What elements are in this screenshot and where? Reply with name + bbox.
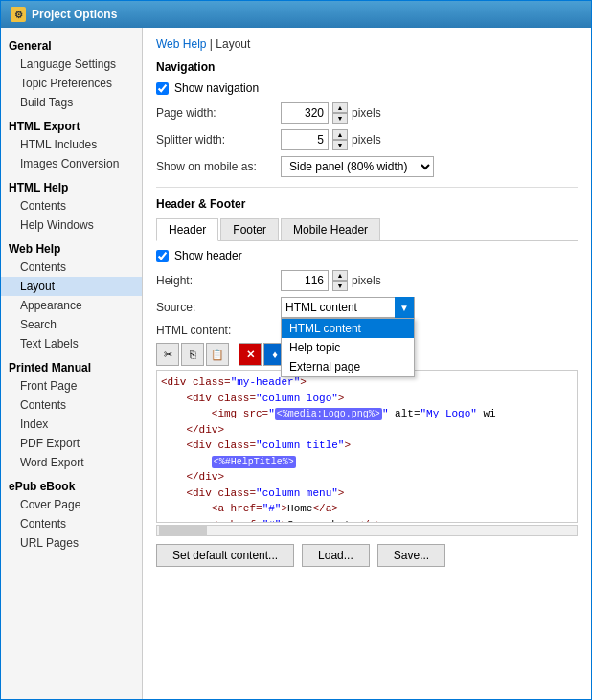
page-width-row: Page width: ▲ ▼ pixels <box>156 102 578 124</box>
window-title: Project Options <box>32 8 117 21</box>
sidebar-item-text-labels[interactable]: Text Labels <box>1 334 142 353</box>
content-area: Web Help | Layout Navigation Show naviga… <box>143 28 591 699</box>
height-spinner: ▲ ▼ <box>281 270 348 291</box>
source-option-html-content[interactable]: HTML content <box>282 319 414 338</box>
sidebar-item-epub-contents[interactable]: Contents <box>1 514 142 533</box>
sidebar-item-front-page[interactable]: Front Page <box>1 376 142 395</box>
titlebar-icon: ⚙ <box>11 7 26 22</box>
divider1 <box>156 187 578 188</box>
sidebar-item-html-includes[interactable]: HTML Includes <box>1 135 142 154</box>
splitter-width-down[interactable]: ▼ <box>332 140 348 150</box>
sidebar-item-url-pages[interactable]: URL Pages <box>1 533 142 553</box>
splitter-width-up[interactable]: ▲ <box>332 129 348 140</box>
sidebar-section-epub: ePub eBook <box>1 476 142 495</box>
sidebar-section-html-export: HTML Export <box>1 116 142 135</box>
height-label: Height: <box>156 274 281 287</box>
source-option-help-topic[interactable]: Help topic <box>282 338 414 357</box>
sidebar-item-printed-contents[interactable]: Contents <box>1 395 142 415</box>
scrollbar-thumb[interactable] <box>159 526 207 535</box>
sidebar-item-pdf-export[interactable]: PDF Export <box>1 434 142 453</box>
tabs-row: Header Footer Mobile Header <box>156 218 578 241</box>
sidebar-section-web-help: Web Help <box>1 238 142 258</box>
show-header-label: Show header <box>174 249 242 262</box>
code-line-3: <img src="<%media:Logo.png%>" alt="My Lo… <box>161 406 573 422</box>
splitter-width-unit: pixels <box>352 133 381 147</box>
sidebar-section-printed-manual: Printed Manual <box>1 357 142 376</box>
page-width-input[interactable] <box>281 102 329 124</box>
header-footer-section-title: Header & Footer <box>156 197 578 211</box>
show-navigation-row: Show navigation <box>156 81 578 95</box>
set-default-button[interactable]: Set default content... <box>156 544 294 567</box>
sidebar-section-html-help: HTML Help <box>1 177 142 196</box>
source-dropdown-arrow: ▼ <box>395 297 414 318</box>
tab-footer[interactable]: Footer <box>220 218 279 240</box>
html-code-editor[interactable]: <div class="my-header"> <div class="colu… <box>156 370 578 523</box>
save-button[interactable]: Save... <box>377 544 445 567</box>
sidebar-item-web-help-contents[interactable]: Contents <box>1 258 142 277</box>
sidebar-item-appearance[interactable]: Appearance <box>1 296 142 315</box>
code-line-4: </div> <box>161 422 573 439</box>
code-line-6: <%#HelpTitle%> <box>161 454 573 470</box>
code-line-2: <div class="column logo"> <box>161 391 573 407</box>
height-row: Height: ▲ ▼ pixels <box>156 270 578 291</box>
sidebar-item-cover-page[interactable]: Cover Page <box>1 495 142 514</box>
load-button[interactable]: Load... <box>302 544 370 567</box>
show-header-checkbox[interactable] <box>156 250 169 262</box>
page-width-label: Page width: <box>156 106 281 120</box>
code-line-9: <a href="#">Home</a> <box>161 501 573 517</box>
sidebar-item-language-settings[interactable]: Language Settings <box>1 55 142 74</box>
main-content: General Language Settings Topic Preferen… <box>1 28 591 699</box>
code-line-8: <div class="column menu"> <box>161 485 573 502</box>
page-width-spinner: ▲ ▼ <box>281 102 348 124</box>
sidebar-item-build-tags[interactable]: Build Tags <box>1 93 142 112</box>
toolbar-paste[interactable]: 📋 <box>206 343 229 366</box>
bottom-buttons: Set default content... Load... Save... <box>156 544 578 567</box>
sidebar-item-html-help-contents[interactable]: Contents <box>1 196 142 215</box>
show-on-mobile-label: Show on mobile as: <box>156 160 281 173</box>
show-on-mobile-row: Show on mobile as: Side panel (80% width… <box>156 156 578 177</box>
height-down[interactable]: ▼ <box>332 281 348 291</box>
source-option-external-page[interactable]: External page <box>282 357 414 376</box>
project-options-window: ⚙ Project Options General Language Setti… <box>0 0 592 700</box>
toolbar-copy[interactable]: ⎘ <box>181 343 204 366</box>
sidebar-section-general: General <box>1 35 142 55</box>
tab-mobile-header[interactable]: Mobile Header <box>281 218 380 240</box>
splitter-width-label: Splitter width: <box>156 133 281 147</box>
source-label: Source: <box>156 301 281 314</box>
splitter-width-row: Splitter width: ▲ ▼ pixels <box>156 129 578 150</box>
tab-header[interactable]: Header <box>156 218 218 241</box>
page-width-unit: pixels <box>352 106 381 120</box>
horizontal-scrollbar[interactable] <box>156 525 578 536</box>
splitter-width-spinner: ▲ ▼ <box>281 129 348 150</box>
splitter-width-spinner-buttons: ▲ ▼ <box>332 129 348 150</box>
breadcrumb: Web Help | Layout <box>156 37 578 51</box>
sidebar-item-index[interactable]: Index <box>1 415 142 434</box>
source-dropdown-container: HTML content ▼ HTML content Help topic E… <box>281 297 415 318</box>
show-on-mobile-select[interactable]: Side panel (80% width) Bottom panel Hidd… <box>281 156 434 177</box>
splitter-width-input[interactable] <box>281 129 329 150</box>
show-navigation-label: Show navigation <box>174 81 259 95</box>
height-up[interactable]: ▲ <box>332 270 348 281</box>
html-content-label: HTML content: <box>156 324 281 337</box>
sidebar-item-images-conversion[interactable]: Images Conversion <box>1 154 142 173</box>
height-input[interactable] <box>281 270 329 291</box>
breadcrumb-layout: Layout <box>216 37 250 51</box>
code-line-10: <a href="#">Screenshots</a> <box>161 517 573 524</box>
sidebar: General Language Settings Topic Preferen… <box>1 28 143 699</box>
show-navigation-checkbox[interactable] <box>156 82 169 95</box>
code-line-7: </div> <box>161 469 573 485</box>
code-line-5: <div class="column title"> <box>161 438 573 454</box>
page-width-spinner-buttons: ▲ ▼ <box>332 102 348 124</box>
source-dropdown[interactable]: HTML content ▼ <box>281 297 415 318</box>
sidebar-item-topic-preferences[interactable]: Topic Preferences <box>1 74 142 93</box>
height-unit: pixels <box>352 274 381 287</box>
sidebar-item-help-windows[interactable]: Help Windows <box>1 215 142 235</box>
page-width-up[interactable]: ▲ <box>332 102 348 113</box>
toolbar-cut[interactable]: ✂ <box>156 343 179 366</box>
toolbar-clear[interactable]: ✕ <box>239 343 262 366</box>
sidebar-item-word-export[interactable]: Word Export <box>1 453 142 472</box>
page-width-down[interactable]: ▼ <box>332 113 348 124</box>
sidebar-item-layout[interactable]: Layout <box>1 277 142 296</box>
sidebar-item-search[interactable]: Search <box>1 315 142 334</box>
breadcrumb-web-help[interactable]: Web Help <box>156 37 206 51</box>
